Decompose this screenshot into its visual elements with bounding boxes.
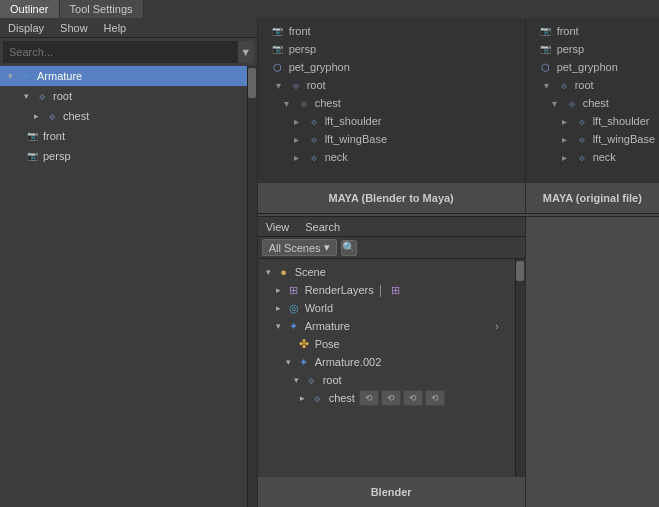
bl-scene[interactable]: ▾ ● Scene	[262, 263, 511, 281]
bl-renderlayer-icon2: ⊞	[388, 282, 404, 298]
ml-persp[interactable]: 📷 persp	[262, 40, 521, 58]
mr-front[interactable]: 📷 front	[530, 22, 655, 40]
outliner-panel: Display Show Help ▼ ▾ ✦ Armature	[0, 18, 258, 507]
bl-renderlayers[interactable]: ▸ ⊞ RenderLayers │ ⊞	[262, 281, 511, 299]
maya-left-container: 📷 front 📷 persp ⬡ pet_gryphon	[258, 18, 526, 213]
tree-item-chest[interactable]: ▸ ⟐ chest	[0, 106, 247, 126]
search-dropdown-btn[interactable]: ▼	[238, 41, 254, 63]
blender-scrollbar[interactable]	[515, 259, 525, 477]
bone-action-3[interactable]: ⟲	[403, 390, 423, 406]
top-section: 📷 front 📷 persp ⬡ pet_gryphon	[258, 18, 659, 213]
ml-bone-chest: ⟐	[296, 95, 312, 111]
mr-petgryphon[interactable]: ⬡ pet_gryphon	[530, 58, 655, 76]
bottom-section: View Search All Scenes ▾ 🔍	[258, 217, 659, 507]
ml-lft-shoulder[interactable]: ▸ ⟐ lft_shoulder	[262, 112, 521, 130]
camera-icon-persp: 📷	[24, 148, 40, 164]
bl-armature002-icon: ✦	[296, 354, 312, 370]
bone-action-2[interactable]: ⟲	[381, 390, 401, 406]
mr-persp[interactable]: 📷 persp	[530, 40, 655, 58]
menu-help[interactable]: Help	[96, 18, 135, 37]
right-empty-area	[526, 217, 659, 507]
ml-expand-neck: ▸	[294, 152, 306, 163]
outliner-scrollbar[interactable]	[247, 66, 257, 507]
maya-right-container: 📷 front 📷 persp ⬡ pet_gryphon	[526, 18, 659, 213]
bl-bone-chest: ⟐	[310, 390, 326, 406]
bl-expand-armature002: ▾	[286, 357, 296, 367]
bl-bone-root: ⟐	[304, 372, 320, 388]
tree-item-persp[interactable]: 📷 persp	[0, 146, 247, 166]
bl-armature[interactable]: ▾ ✦ Armature ›	[262, 317, 511, 335]
tree-item-front[interactable]: 📷 front	[0, 126, 247, 146]
mr-bone-root: ⟐	[556, 77, 572, 93]
menu-show[interactable]: Show	[52, 18, 96, 37]
blender-search-btn[interactable]: 🔍	[341, 240, 357, 256]
mr-chest[interactable]: ▾ ⟐ chest	[530, 94, 655, 112]
mr-bone-neck: ⟐	[574, 149, 590, 165]
bl-scene-icon: ●	[276, 264, 292, 280]
tree-label-chest: chest	[63, 110, 89, 122]
armature-icon: ✦	[18, 68, 34, 84]
ml-expand-chest: ▾	[284, 98, 296, 109]
bone-action-1[interactable]: ⟲	[359, 390, 379, 406]
bl-pose-icon: ✤	[296, 336, 312, 352]
mr-neck[interactable]: ▸ ⟐ neck	[530, 148, 655, 166]
expand-icon-chest: ▸	[34, 111, 44, 121]
blender-menu-view[interactable]: View	[258, 219, 298, 235]
bl-expand-world: ▸	[276, 303, 286, 313]
tab-outliner[interactable]: Outliner	[0, 0, 60, 18]
bl-label-armature002: Armature.002	[315, 356, 382, 368]
mr-lft-wingbase[interactable]: ▸ ⟐ lft_wingBase	[530, 130, 655, 148]
tree-item-armature[interactable]: ▾ ✦ Armature	[0, 66, 247, 86]
ml-bone-lft-wingbase: ⟐	[306, 131, 322, 147]
bl-label-pose: Pose	[315, 338, 340, 350]
right-panel: 📷 front 📷 persp ⬡ pet_gryphon	[258, 18, 659, 507]
mr-camera-front: 📷	[538, 23, 554, 39]
all-scenes-dropdown[interactable]: All Scenes ▾	[262, 239, 337, 256]
bl-label-scene: Scene	[295, 266, 326, 278]
bl-chest[interactable]: ▸ ⟐ chest ⟲ ⟲ ⟲ ⟲	[262, 389, 511, 407]
bl-root[interactable]: ▾ ⟐ root	[262, 371, 511, 389]
bl-pose[interactable]: ✤ Pose	[262, 335, 511, 353]
ml-mesh-icon: ⬡	[270, 59, 286, 75]
bl-label-root: root	[323, 374, 342, 386]
mr-lft-shoulder[interactable]: ▸ ⟐ lft_shoulder	[530, 112, 655, 130]
maya-left-panel: 📷 front 📷 persp ⬡ pet_gryphon	[258, 18, 525, 183]
ml-front[interactable]: 📷 front	[262, 22, 521, 40]
bl-armature-icon: ✦	[286, 318, 302, 334]
outliner-menu-bar: Display Show Help	[0, 18, 257, 38]
bl-world[interactable]: ▸ ◎ World	[262, 299, 511, 317]
ml-root[interactable]: ▾ ⟐ root	[262, 76, 521, 94]
blender-menu-bar: View Search	[258, 217, 525, 237]
bone-icon-root: ⟐	[34, 88, 50, 104]
mr-bone-lft-shoulder: ⟐	[574, 113, 590, 129]
ml-chest[interactable]: ▾ ⟐ chest	[262, 94, 521, 112]
blender-menu-search[interactable]: Search	[297, 219, 348, 235]
ml-camera-front: 📷	[270, 23, 286, 39]
maya-left-tree: 📷 front 📷 persp ⬡ pet_gryphon	[258, 18, 525, 170]
ml-expand-lft-shoulder: ▸	[294, 116, 306, 127]
bl-expand-renderlayers: ▸	[276, 285, 286, 295]
search-input[interactable]	[3, 46, 238, 58]
chest-bone-actions: ⟲ ⟲ ⟲ ⟲	[359, 390, 445, 406]
ml-bone-lft-shoulder: ⟐	[306, 113, 322, 129]
bone-action-4[interactable]: ⟲	[425, 390, 445, 406]
tree-label-armature: Armature	[37, 70, 82, 82]
blender-tree: ▾ ● Scene ▸ ⊞ RenderLayers │ ⊞	[258, 259, 515, 477]
mr-expand-chest: ▾	[552, 98, 564, 109]
bl-world-icon: ◎	[286, 300, 302, 316]
tree-item-root[interactable]: ▾ ⟐ root	[0, 86, 247, 106]
ml-petgryphon[interactable]: ⬡ pet_gryphon	[262, 58, 521, 76]
menu-display[interactable]: Display	[0, 18, 52, 37]
blender-caption: Blender	[258, 477, 525, 507]
blender-search-bar: All Scenes ▾ 🔍	[258, 237, 525, 259]
bl-label-world: World	[305, 302, 334, 314]
tab-tool-settings[interactable]: Tool Settings	[60, 0, 144, 18]
ml-lft-wingbase[interactable]: ▸ ⟐ lft_wingBase	[262, 130, 521, 148]
mr-root[interactable]: ▾ ⟐ root	[530, 76, 655, 94]
bl-renderlayer-sep: │	[378, 285, 384, 296]
ml-bone-root: ⟐	[288, 77, 304, 93]
bl-expand-root: ▾	[294, 375, 304, 385]
bl-label-armature: Armature	[305, 320, 350, 332]
bl-armature002[interactable]: ▾ ✦ Armature.002	[262, 353, 511, 371]
ml-neck[interactable]: ▸ ⟐ neck	[262, 148, 521, 166]
